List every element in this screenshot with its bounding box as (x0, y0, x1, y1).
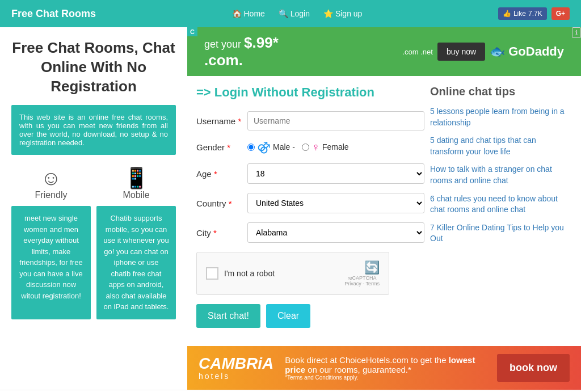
friendly-icon: ☺ (11, 166, 91, 190)
captcha-left: I'm not a robot (206, 267, 275, 280)
city-row: City * Alabama Alaska Arizona California… (196, 222, 424, 243)
clear-button[interactable]: Clear (266, 304, 310, 328)
tip-item-4[interactable]: 7 Killer Online Dating Tips to Help you … (430, 222, 566, 245)
buy-now-button[interactable]: buy now (437, 43, 485, 61)
country-row: Country * United States Canada United Ki… (196, 193, 424, 213)
nav-signup[interactable]: ⭐ Sign up (323, 9, 362, 18)
login-title: => Login Without Registration (196, 85, 424, 100)
ad-suffix: .com. (204, 52, 279, 69)
nav-home[interactable]: 🏠 Home (232, 9, 265, 18)
captcha-right: 🔄 reCAPTCHA Privacy - Terms (344, 260, 380, 286)
gender-female-option[interactable]: ♀ Female (302, 141, 349, 154)
username-input[interactable] (247, 111, 424, 130)
cambria-branding: CAMBRiA hotels (199, 356, 273, 381)
username-row: Username * (196, 111, 424, 130)
tip-item-3[interactable]: 6 chat rules you need to know about chat… (430, 193, 566, 216)
feature-boxes-row: meet new single women and men everyday w… (11, 206, 176, 319)
fb-like-button[interactable]: 👍 Like 7.7K (498, 7, 547, 20)
top-ad-banner: C get your $.99* .com. .com .net buy now… (187, 27, 581, 76)
sidebar: Free Chat Rooms, Chat Online With No Reg… (0, 27, 187, 390)
ad-info-button[interactable]: ℹ (572, 27, 581, 38)
book-now-button[interactable]: book now (497, 354, 570, 382)
main-layout: Free Chat Rooms, Chat Online With No Reg… (0, 27, 581, 390)
main-nav: 🏠 Home 🔍 Login ⭐ Sign up (232, 9, 363, 18)
username-label: Username * (196, 116, 247, 126)
feature-icons-row: ☺ Friendly 📱 Mobile (11, 166, 176, 204)
friendly-feature-icon-item: ☺ Friendly (11, 166, 91, 204)
cambria-logo: CAMBRiA (199, 356, 273, 372)
male-icon: ⚣ (257, 140, 271, 154)
header: Free Chat Rooms 🏠 Home 🔍 Login ⭐ Sign up… (0, 0, 581, 27)
city-label: City * (196, 228, 247, 238)
captcha-box: I'm not a robot 🔄 reCAPTCHA Privacy - Te… (196, 252, 389, 295)
mobile-feature-icon-item: 📱 Mobile (96, 166, 176, 204)
login-form: => Login Without Registration Username *… (196, 76, 424, 346)
female-icon: ♀ (311, 141, 320, 154)
age-select[interactable]: 18 19 20 21 25 30 (247, 163, 424, 184)
bottom-ad-terms: *Terms and Conditions apply. (285, 374, 486, 381)
sidebar-description: This web site is an online free chat roo… (11, 105, 176, 155)
ad-price: $.99* (244, 34, 279, 51)
friendly-label: Friendly (11, 190, 91, 200)
captcha-text: I'm not a robot (224, 269, 275, 278)
city-select[interactable]: Alabama Alaska Arizona California New Yo… (247, 222, 424, 243)
friendly-box: meet new single women and men everyday w… (11, 206, 91, 319)
mobile-box: Chatib supports mobile, so you can use i… (96, 206, 176, 319)
social-buttons: 👍 Like 7.7K G+ (498, 7, 570, 20)
tip-item-2[interactable]: How to talk with a stranger on chat room… (430, 164, 566, 186)
godaddy-brand: 🐟 GoDaddy (490, 44, 564, 59)
nav-login[interactable]: 🔍 Login (279, 9, 310, 18)
mobile-icon: 📱 (96, 166, 176, 190)
form-tips-section: => Login Without Registration Username *… (187, 76, 581, 346)
mobile-label: Mobile (96, 190, 176, 200)
bottom-ad-banner: CAMBRiA hotels Book direct at ChoiceHote… (187, 346, 581, 390)
gender-female-radio[interactable] (302, 144, 309, 151)
site-logo: Free Chat Rooms (11, 8, 96, 20)
tip-item-1[interactable]: 5 dating and chat tips that can transfor… (430, 135, 566, 157)
tip-item-0[interactable]: 5 lessons people learn from being in a r… (430, 106, 566, 128)
recaptcha-label: reCAPTCHA (344, 275, 380, 281)
gplus-button[interactable]: G+ (551, 7, 570, 20)
sidebar-title: Free Chat Rooms, Chat Online With No Reg… (11, 39, 176, 96)
tips-section: Online chat tips 5 lessons people learn … (424, 76, 572, 346)
country-label: Country * (196, 199, 247, 208)
footer-text: chatib is a free chat room website where… (0, 390, 581, 392)
gender-options: ⚣ Male - ♀ Female (247, 140, 349, 154)
recaptcha-links: Privacy - Terms (344, 281, 380, 286)
recaptcha-logo-icon: 🔄 (344, 260, 380, 275)
age-label: Age * (196, 169, 247, 179)
gender-male-option[interactable]: ⚣ Male - (247, 140, 295, 154)
gender-male-radio[interactable] (247, 144, 255, 151)
ad-banner-right: .com .net buy now 🐟 GoDaddy (402, 43, 564, 61)
ad-text-block: get your $.99* .com. (204, 34, 279, 69)
form-buttons: Start chat! Clear (196, 304, 424, 328)
captcha-checkbox[interactable] (206, 267, 218, 280)
ad-get-your: get your $.99* (204, 34, 279, 52)
bottom-ad-text-block: Book direct at ChoiceHotels.com to get t… (273, 355, 497, 381)
content-area: C get your $.99* .com. .com .net buy now… (187, 27, 581, 390)
start-chat-button[interactable]: Start chat! (196, 304, 260, 328)
ad-domains: .com .net (402, 48, 432, 56)
country-select[interactable]: United States Canada United Kingdom Aust… (247, 193, 424, 213)
tips-title: Online chat tips (430, 85, 566, 98)
age-row: Age * 18 19 20 21 25 30 (196, 163, 424, 184)
cambria-sub-label: hotels (199, 372, 273, 381)
ad-c-badge: C (187, 27, 197, 36)
gender-row: Gender * ⚣ Male - ♀ Female (196, 140, 424, 154)
gender-label: Gender * (196, 142, 247, 152)
